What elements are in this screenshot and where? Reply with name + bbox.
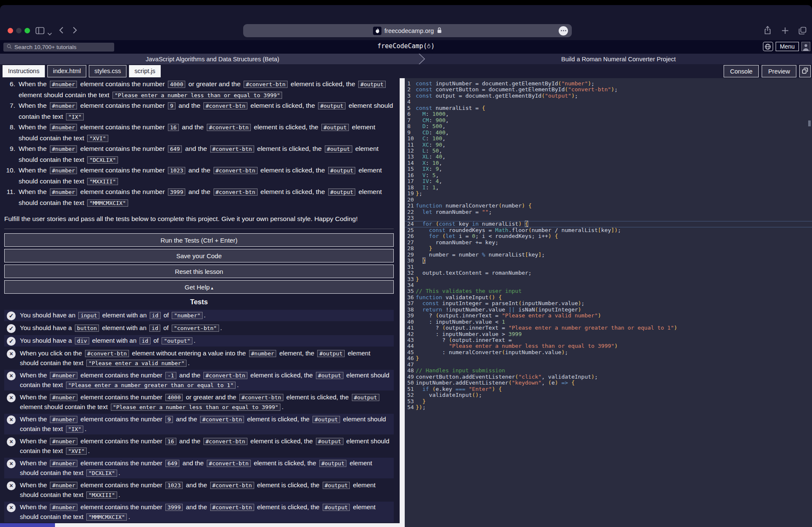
code-line: 48// Handles input submission <box>405 368 812 374</box>
sidebar-toggle-icon[interactable] <box>36 27 44 36</box>
file-tabs: Instructionsindex.htmlstyles.cssscript.j… <box>3 65 161 77</box>
code-chip: div <box>75 337 89 344</box>
reset-lesson-button[interactable]: Reset this lesson <box>4 265 394 278</box>
tab-overview-icon[interactable] <box>798 27 807 36</box>
code-line: 32 output.textContent = romanNumber; <box>405 270 812 276</box>
get-help-button[interactable]: Get Help ▴ <box>4 280 394 294</box>
code-chip: #convert-btn <box>207 124 251 131</box>
instruction-text: When the #number element contains the nu… <box>19 144 394 165</box>
code-line: 21function numeralConverter(number) { <box>405 203 812 209</box>
code-line: 41 ? (output.innerText = "Please enter a… <box>405 325 812 331</box>
code-chip: #output <box>358 81 386 88</box>
code-line: 25 const roundedKeys = Math.floor(number… <box>405 227 812 233</box>
tests-list: ✓You should have an input element with a… <box>4 310 394 522</box>
superblock-title: JavaScript Algorithms and Data Structure… <box>146 56 280 63</box>
zoom-window-button[interactable] <box>25 28 30 33</box>
menu-button[interactable]: Menu <box>776 42 799 51</box>
code-line: 23 <box>405 215 812 221</box>
code-chip: "MMMCMXCIX" <box>86 513 127 521</box>
code-chip: "DCXLIX" <box>87 156 118 164</box>
tab-index-html[interactable]: index.html <box>47 65 86 77</box>
horizontal-scrollbar-thumb[interactable] <box>0 523 55 527</box>
code-chip: #convert-btn <box>239 394 283 401</box>
code-line: 52 validateInput(); <box>405 392 812 398</box>
code-chip: 649 <box>168 145 182 153</box>
editor-scrollbar-thumb[interactable] <box>808 120 811 126</box>
code-chip: "XVI" <box>66 448 87 455</box>
line-number: 36 <box>405 295 416 300</box>
line-number: 8 <box>405 123 416 129</box>
code-editor[interactable]: 1const inputNumber = document.getElement… <box>405 78 812 527</box>
run-tests-button[interactable]: Run the Tests (Ctrl + Enter) <box>4 233 394 247</box>
save-code-button[interactable]: Save your Code <box>4 249 394 262</box>
test-failed-icon: × <box>7 415 16 424</box>
tests-heading: Tests <box>4 298 394 306</box>
chevron-down-icon[interactable] <box>47 30 52 37</box>
instruction-number: 11. <box>4 187 15 208</box>
test-row: ×When you click on the #convert-btn elem… <box>4 348 394 369</box>
line-number: 6 <box>405 111 416 117</box>
test-passed-icon: ✓ <box>7 337 16 346</box>
code-chip: id <box>149 325 160 332</box>
code-chip: 1023 <box>168 167 185 174</box>
address-bar[interactable]: freecodecamp.org <box>243 24 572 37</box>
forward-button[interactable] <box>73 27 77 35</box>
share-icon[interactable] <box>764 26 771 37</box>
line-number: 40 <box>405 319 416 325</box>
code-chip: input <box>78 312 99 319</box>
code-line: 38 return !inputNumber.value || isNaN(in… <box>405 307 812 313</box>
line-number: 27 <box>405 240 416 246</box>
action-buttons: Run the Tests (Ctrl + Enter)Save your Co… <box>4 233 394 294</box>
instruction-list: 6.When the #number element contains the … <box>4 79 394 208</box>
code-chip: #number <box>50 394 77 401</box>
code-chip: 16 <box>168 124 179 131</box>
code-chip: #output <box>323 482 350 489</box>
minimize-window-button[interactable] <box>16 28 22 33</box>
line-number: 38 <box>405 307 416 313</box>
console-button[interactable]: Console <box>724 65 759 77</box>
tab-styles-css[interactable]: styles.css <box>89 65 126 77</box>
instruction-number: 9. <box>4 144 15 165</box>
code-line: 19}; <box>405 191 812 197</box>
back-button[interactable] <box>59 27 63 35</box>
superblock-title-segment[interactable]: JavaScript Algorithms and Data Structure… <box>0 54 425 64</box>
code-line: 42 : inputNumber.value > 3999 <box>405 331 812 337</box>
new-tab-plus-icon[interactable] <box>782 27 789 36</box>
instruction-text: When the #number element contains the nu… <box>19 79 394 101</box>
line-number: 19 <box>405 191 416 197</box>
preview-button[interactable]: Preview <box>762 65 796 77</box>
flame-icon <box>427 44 431 49</box>
code-chip: #output <box>319 460 347 467</box>
panel-divider[interactable] <box>400 78 405 527</box>
line-number: 5 <box>405 105 416 111</box>
instruction-text: When the #number element contains the nu… <box>19 165 394 187</box>
code-chip: #output <box>328 167 356 174</box>
line-number: 46 <box>405 355 416 361</box>
horizontal-scrollbar[interactable] <box>0 523 400 527</box>
code-line: 26 for (let i = 0; i < roundedKeys; i++)… <box>405 233 812 239</box>
move-preview-button[interactable] <box>799 65 811 77</box>
code-chip: 4000 <box>165 394 183 401</box>
tab-script-js[interactable]: script.js <box>129 65 161 77</box>
code-chip: #output <box>317 350 345 357</box>
page-settings-ellipsis-icon[interactable] <box>559 26 568 35</box>
test-text: You should have a button element with an… <box>20 323 390 333</box>
instruction-number: 6. <box>4 79 15 101</box>
line-number: 16 <box>405 172 416 178</box>
code-line: 35// This validates the user input <box>405 288 812 294</box>
code-line: 45 : numeralConverter(inputNumber.value)… <box>405 350 812 355</box>
language-globe-icon[interactable] <box>763 42 773 51</box>
close-window-button[interactable] <box>8 28 13 33</box>
avatar[interactable] <box>801 42 810 51</box>
code-chip: #output <box>316 372 343 379</box>
search-input[interactable]: Search 10,700+ tutorials <box>3 43 114 52</box>
code-line: 43 ? (output.innerText = <box>405 337 812 343</box>
code-chip: 1023 <box>165 482 183 489</box>
tab-instructions[interactable]: Instructions <box>3 65 45 77</box>
code-line: 13 XL: 40, <box>405 154 812 160</box>
line-number: 13 <box>405 154 416 160</box>
url-text: freecodecamp.org <box>384 27 434 34</box>
test-text: You should have a div element with an id… <box>20 336 390 346</box>
fcc-logo[interactable]: freeCodeCamp( ) <box>377 42 434 50</box>
code-line: 3const output = document.getElementById(… <box>405 93 812 99</box>
